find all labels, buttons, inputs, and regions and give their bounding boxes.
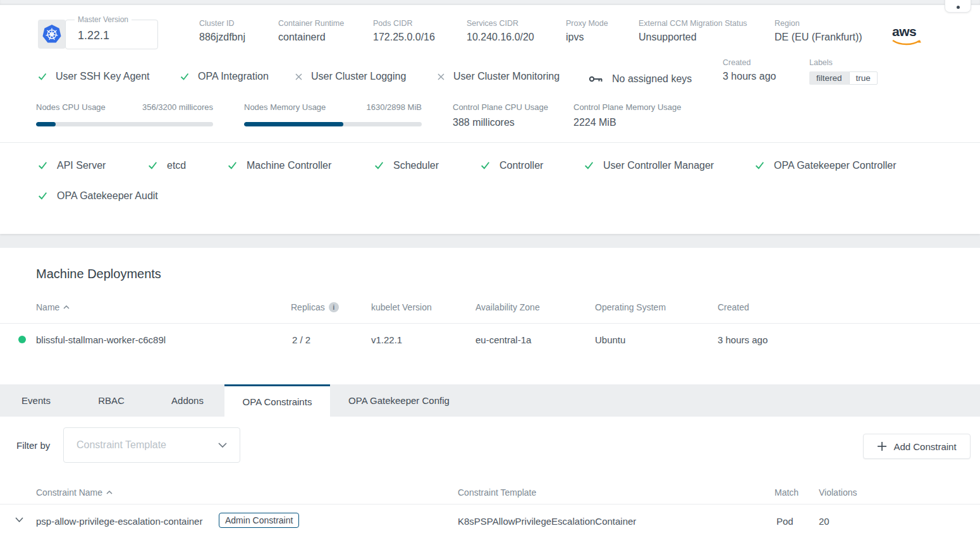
nodes-memory-usage-meter: Nodes Memory Usage 1630/2898 MiB: [244, 102, 422, 126]
created-block: Created 3 hours ago: [723, 58, 776, 82]
health-opa-gatekeeper-controller: OPA Gatekeeper Controller: [754, 159, 897, 171]
field-value: Unsupported: [639, 32, 747, 43]
feature-label: User SSH Key Agent: [56, 71, 150, 82]
add-constraint-label: Add Constraint: [893, 441, 956, 452]
md-name-cell: blissful-stallman-worker-c6c89l: [36, 334, 166, 345]
progress-track: [244, 122, 422, 126]
more-menu-button[interactable]: [945, 0, 971, 13]
expand-chevron-icon[interactable]: [15, 517, 23, 522]
field-value: DE (EU (Frankfurt)): [775, 32, 862, 43]
table-header-divider: [0, 323, 980, 324]
sort-asc-icon: [63, 305, 70, 309]
column-header-constraint-name[interactable]: Constraint Name: [36, 487, 113, 498]
machine-deployments-card: Machine Deployments Name Replicas i kube…: [0, 248, 980, 384]
field-value: 10.240.16.0/20: [467, 32, 534, 43]
feature-label: OPA Integration: [198, 71, 269, 82]
ellipsis-dot-icon: [957, 6, 960, 9]
status-ok-dot: [18, 336, 26, 343]
health-scheduler: Scheduler: [373, 159, 439, 171]
column-header-created: Created: [718, 302, 749, 312]
section-divider: [0, 142, 980, 143]
field-pods-cidr: Pods CIDR 172.25.0.0/16: [373, 19, 435, 43]
tab-opa-constraints[interactable]: OPA Constraints: [224, 384, 330, 417]
progress-fill: [244, 122, 343, 126]
md-created-cell: 3 hours ago: [718, 334, 768, 345]
sort-asc-icon: [106, 491, 113, 494]
machine-deployments-title: Machine Deployments: [36, 267, 161, 281]
section-gap: [0, 234, 980, 248]
labels-block: Labels filtered true: [809, 58, 878, 85]
progress-fill: [36, 122, 56, 126]
check-icon: [226, 159, 238, 171]
health-label: OPA Gatekeeper Audit: [57, 190, 158, 202]
check-icon: [37, 159, 49, 171]
created-label: Created: [723, 58, 776, 67]
health-label: Scheduler: [393, 160, 439, 171]
control-plane-cpu-usage: Control Plane CPU Usage 388 millicores: [453, 102, 548, 128]
select-placeholder: Constraint Template: [77, 439, 166, 451]
aws-swoosh-icon: [892, 39, 921, 47]
check-icon: [37, 190, 49, 202]
control-plane-memory-usage: Control Plane Memory Usage 2224 MiB: [573, 102, 682, 128]
field-container-runtime: Container Runtime containerd: [278, 19, 344, 43]
cluster-summary-card: Master Version 1.22.1 Cluster ID 886jzdf…: [0, 5, 980, 234]
constraint-template-select[interactable]: Constraint Template: [63, 427, 240, 463]
check-icon: [479, 159, 491, 171]
feature-user-ssh-key-agent: User SSH Key Agent: [37, 71, 150, 82]
add-constraint-button[interactable]: Add Constraint: [863, 434, 971, 459]
chevron-down-icon: [218, 443, 227, 448]
health-opa-gatekeeper-audit: OPA Gatekeeper Audit: [37, 190, 158, 202]
field-label: Region: [775, 19, 862, 28]
tab-opa-gatekeeper-config[interactable]: OPA Gatekeeper Config: [330, 384, 468, 417]
label-chip-key: filtered: [809, 71, 849, 85]
field-region: Region DE (EU (Frankfurt)): [775, 19, 862, 43]
progress-track: [36, 122, 213, 126]
column-header-violations: Violations: [819, 487, 857, 498]
check-icon: [37, 71, 48, 82]
label-chip: filtered true: [809, 71, 878, 85]
health-label: OPA Gatekeeper Controller: [774, 160, 897, 171]
field-label: Container Runtime: [278, 19, 344, 28]
check-icon: [147, 159, 159, 171]
metric-value: 388 millicores: [453, 117, 548, 128]
created-value: 3 hours ago: [723, 71, 776, 82]
check-icon: [754, 159, 766, 171]
meter-value: 1630/2898 MiB: [367, 102, 422, 112]
field-value: containerd: [278, 32, 344, 43]
field-value: ipvs: [566, 32, 608, 43]
health-label: Controller: [499, 160, 543, 171]
column-header-name[interactable]: Name: [36, 302, 70, 312]
column-header-kubelet-version: kubelet Version: [371, 302, 432, 312]
health-label: Machine Controller: [247, 160, 331, 171]
tab-addons[interactable]: Addons: [150, 384, 224, 417]
column-header-operating-system: Operating System: [595, 302, 666, 312]
field-label: Cluster ID: [199, 19, 245, 28]
page-top-gap: [0, 0, 980, 5]
field-value: 886jzdfbnj: [199, 32, 245, 43]
feature-opa-integration: OPA Integration: [179, 71, 269, 82]
health-controller: Controller: [479, 159, 543, 171]
metric-label: Control Plane Memory Usage: [573, 102, 682, 112]
master-version-field: Master Version 1.22.1: [65, 20, 158, 49]
md-zone-cell: eu-central-1a: [475, 334, 531, 345]
field-label: External CCM Migration Status: [639, 19, 747, 28]
metric-value: 2224 MiB: [573, 117, 682, 128]
ssh-keys-status: No assigned keys: [588, 71, 692, 87]
metric-label: Control Plane CPU Usage: [453, 102, 548, 112]
constraint-violations-cell: 20: [819, 516, 830, 527]
tab-bar: Events RBAC Addons OPA Constraints OPA G…: [0, 384, 980, 417]
key-icon: [588, 71, 604, 87]
info-icon[interactable]: i: [329, 302, 339, 312]
column-header-replicas: Replicas i: [291, 302, 339, 312]
field-services-cidr: Services CIDR 10.240.16.0/20: [467, 19, 534, 43]
feature-user-cluster-logging: User Cluster Logging: [294, 71, 406, 82]
tab-events[interactable]: Events: [0, 384, 72, 417]
meter-label: Nodes CPU Usage: [36, 102, 106, 112]
meter-label: Nodes Memory Usage: [244, 102, 326, 112]
label-chip-value: true: [849, 71, 878, 85]
field-ccm-migration-status: External CCM Migration Status Unsupporte…: [639, 19, 747, 43]
cluster-details-page: Master Version 1.22.1 Cluster ID 886jzdf…: [0, 0, 980, 538]
kubernetes-icon: [42, 24, 62, 44]
check-icon: [373, 159, 385, 171]
tab-rbac[interactable]: RBAC: [72, 384, 150, 417]
